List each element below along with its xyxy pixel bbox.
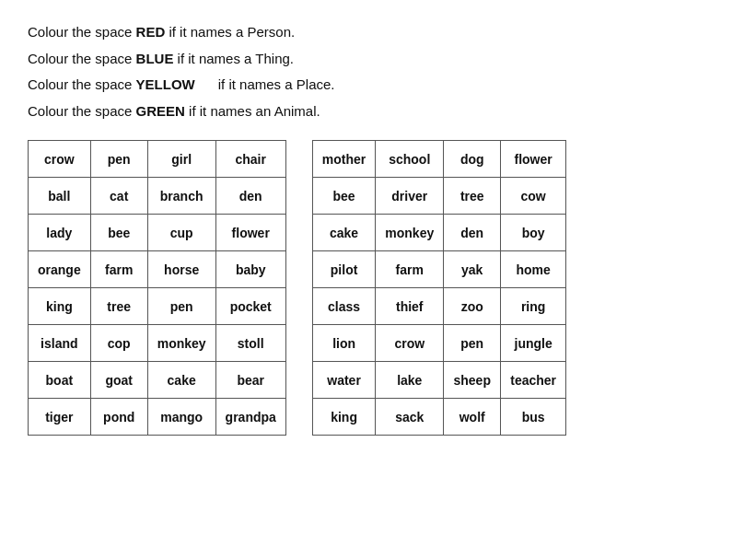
table-cell: pond [90, 399, 147, 436]
table-cell: boat [29, 362, 91, 399]
table-cell: pen [90, 141, 147, 178]
table-cell: teacher [501, 362, 566, 399]
table-cell: den [215, 178, 285, 215]
table-cell: lion [312, 325, 375, 362]
table-cell: bee [90, 215, 147, 251]
table-cell: mango [147, 399, 215, 436]
grid-right: motherschooldogflowerbeedrivertreecowcak… [312, 140, 566, 436]
table-cell: thief [376, 288, 444, 325]
table-cell: cat [90, 178, 147, 215]
table-cell: den [444, 215, 501, 251]
table-cell: horse [147, 251, 215, 288]
table-cell: pilot [312, 251, 375, 288]
grids-container: crowpengirlchairballcatbranchdenladybeec… [28, 140, 728, 436]
color-blue: BLUE [136, 51, 174, 66]
instruction-2: Colour the space BLUE if it names a Thin… [28, 49, 728, 70]
table-cell: jungle [501, 325, 566, 362]
color-green: GREEN [136, 103, 185, 119]
table-cell: home [501, 251, 566, 288]
table-cell: yak [444, 251, 501, 288]
table-cell: driver [376, 178, 444, 215]
table-cell: cake [312, 215, 375, 251]
table-cell: cup [147, 215, 215, 251]
table-cell: sheep [444, 362, 501, 399]
table-cell: sack [376, 399, 444, 436]
table-cell: lady [29, 215, 91, 251]
table-cell: island [29, 325, 91, 362]
table-cell: king [312, 399, 375, 436]
table-cell: tree [444, 178, 501, 215]
table-cell: zoo [444, 288, 501, 325]
table-cell: water [312, 362, 375, 399]
table-cell: farm [376, 251, 444, 288]
table-cell: wolf [444, 399, 501, 436]
grid-left: crowpengirlchairballcatbranchdenladybeec… [28, 140, 286, 436]
table-cell: grandpa [215, 399, 285, 436]
table-cell: crow [29, 141, 91, 178]
table-cell: boy [501, 215, 566, 251]
table-cell: dog [444, 141, 501, 178]
table-cell: mother [312, 141, 375, 178]
instruction-3: Colour the space YELLOW if it names a Pl… [28, 75, 728, 96]
table-cell: ball [29, 178, 91, 215]
table-cell: tiger [29, 399, 91, 436]
table-cell: crow [376, 325, 444, 362]
table-cell: farm [90, 251, 147, 288]
table-cell: pen [444, 325, 501, 362]
table-cell: cop [90, 325, 147, 362]
instruction-4: Colour the space GREEN if it names an An… [28, 101, 728, 122]
table-cell: ring [501, 288, 566, 325]
table-cell: branch [147, 178, 215, 215]
instructions-block: Colour the space RED if it names a Perso… [28, 22, 728, 122]
table-cell: bee [312, 178, 375, 215]
table-cell: tree [90, 288, 147, 325]
table-cell: baby [215, 251, 285, 288]
table-cell: chair [215, 141, 285, 178]
table-cell: goat [90, 362, 147, 399]
table-cell: pen [147, 288, 215, 325]
table-cell: monkey [376, 215, 444, 251]
color-yellow: YELLOW [136, 76, 195, 92]
table-cell: bus [501, 399, 566, 436]
table-cell: stoll [215, 325, 285, 362]
table-cell: class [312, 288, 375, 325]
table-cell: lake [376, 362, 444, 399]
table-cell: school [376, 141, 444, 178]
table-cell: flower [215, 215, 285, 251]
instruction-1: Colour the space RED if it names a Perso… [28, 22, 728, 43]
table-cell: girl [147, 141, 215, 178]
table-cell: king [29, 288, 91, 325]
table-cell: pocket [215, 288, 285, 325]
color-red: RED [136, 24, 166, 40]
table-cell: cake [147, 362, 215, 399]
table-cell: orange [29, 251, 91, 288]
table-cell: bear [215, 362, 285, 399]
table-cell: monkey [147, 325, 215, 362]
table-cell: flower [501, 141, 566, 178]
table-cell: cow [501, 178, 566, 215]
